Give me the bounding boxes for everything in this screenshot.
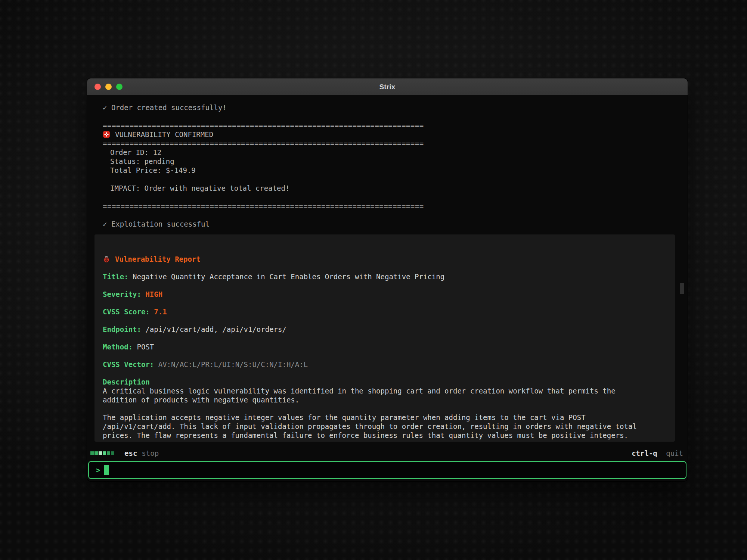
description-text: /api/v1/cart/add. This lack of input val… bbox=[103, 422, 675, 431]
quit-hint: ctrl-q quit bbox=[632, 449, 683, 457]
description-text: addition of products with negative quant… bbox=[103, 395, 675, 404]
minimize-button[interactable] bbox=[105, 84, 112, 90]
scrollbar-thumb[interactable] bbox=[680, 283, 684, 294]
traffic-lights bbox=[94, 78, 123, 95]
report-field-title: Title: Negative Quantity Acceptance in C… bbox=[103, 272, 675, 281]
titlebar[interactable]: Strix bbox=[87, 78, 688, 95]
description-text: prices. The flaw represents a fundamenta… bbox=[103, 431, 675, 440]
description-text: The application accepts negative integer… bbox=[103, 413, 675, 422]
description-heading: Description bbox=[103, 377, 675, 386]
log-section: ✓ Order created successfully! ==========… bbox=[87, 103, 688, 228]
report-header: Vulnerability Report bbox=[103, 255, 675, 264]
report-field-severity: Severity: HIGH bbox=[103, 290, 675, 299]
cursor-block bbox=[104, 465, 109, 475]
status-bar: esc stop ctrl-q quit bbox=[90, 449, 683, 458]
check-icon: ✓ bbox=[103, 103, 107, 112]
order-id-line: Order ID: 12 bbox=[103, 148, 688, 157]
impact-line: IMPACT: Order with negative total create… bbox=[103, 184, 688, 193]
prompt-icon: > bbox=[96, 466, 100, 474]
esc-key-hint[interactable]: esc bbox=[124, 449, 137, 457]
description-text: A critical business logic vulnerability … bbox=[103, 386, 675, 395]
report-field-endpoint: Endpoint: /api/v1/cart/add, /api/v1/orde… bbox=[103, 325, 675, 334]
log-exploitation: ✓ Exploitation successful bbox=[103, 220, 688, 228]
total-price-line: Total Price: $-149.9 bbox=[103, 166, 688, 175]
separator-line: ========================================… bbox=[103, 139, 688, 148]
vulnerability-confirmed-heading: VULNERABILITY CONFIRMED bbox=[103, 130, 688, 139]
strix-terminal-window: Strix ✓ Order created successfully! ====… bbox=[87, 78, 688, 481]
report-field-cvss-vector: CVSS Vector: AV:N/AC:L/PR:L/UI:N/S:U/C:N… bbox=[103, 360, 675, 369]
command-input[interactable]: > bbox=[88, 461, 686, 479]
order-status-line: Status: pending bbox=[103, 157, 688, 166]
quit-action-label: quit bbox=[666, 449, 683, 457]
separator-line: ========================================… bbox=[103, 202, 688, 211]
terminal-output: ✓ Order created successfully! ==========… bbox=[87, 95, 688, 449]
maximize-button[interactable] bbox=[116, 84, 123, 90]
esc-action-label: stop bbox=[142, 449, 159, 457]
ctrl-q-key-hint[interactable]: ctrl-q bbox=[632, 449, 657, 457]
close-button[interactable] bbox=[94, 84, 101, 90]
siren-icon bbox=[103, 131, 110, 138]
bug-icon bbox=[103, 255, 110, 263]
vulnerability-report-panel: Vulnerability Report Title: Negative Qua… bbox=[94, 234, 675, 442]
spinner-icon bbox=[90, 451, 114, 455]
report-field-cvss-score: CVSS Score: 7.1 bbox=[103, 307, 675, 316]
separator-line: ========================================… bbox=[103, 121, 688, 130]
log-order-created: ✓ Order created successfully! bbox=[103, 103, 688, 112]
window-title: Strix bbox=[379, 83, 395, 91]
check-icon: ✓ bbox=[103, 220, 107, 228]
report-field-method: Method: POST bbox=[103, 342, 675, 351]
